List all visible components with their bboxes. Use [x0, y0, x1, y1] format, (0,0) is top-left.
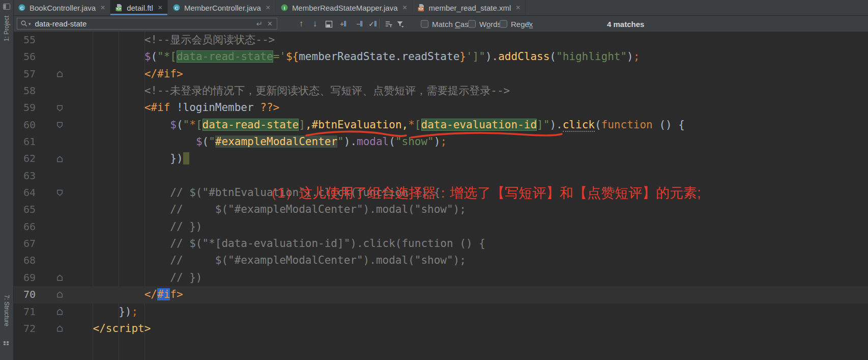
fold-column	[40, 286, 67, 303]
code-token-highlighted	[183, 152, 190, 164]
close-icon[interactable]: ✕	[515, 4, 520, 11]
java-class-icon: C	[18, 4, 26, 12]
code-token: .	[492, 50, 499, 63]
code-text: <!--显示会员阅读状态-->	[67, 32, 275, 48]
remove-occurrence-icon[interactable]: −ǁ	[353, 18, 366, 30]
code-line[interactable]: 63	[13, 168, 868, 184]
fold-column	[40, 201, 67, 218]
structure-grid-icon[interactable]	[3, 338, 10, 347]
fold-up-icon[interactable]	[56, 291, 64, 298]
tab-detail-ftl[interactable]: <> detail.ftl ✕	[110, 0, 168, 15]
code-line[interactable]: 57 </#if>	[13, 66, 868, 82]
code-token: "highlight"	[556, 50, 627, 63]
code-line[interactable]: 55 <!--显示会员阅读状态-->	[13, 32, 868, 48]
tab-memberreadstatemapper-java[interactable]: I MemberReadStateMapper.java ✕	[276, 0, 413, 15]
line-number: 60	[13, 117, 40, 133]
close-icon[interactable]: ✕	[402, 4, 408, 11]
code-text: // $("#exampleModalCenter").modal("show"…	[67, 252, 466, 269]
code-token: )	[627, 50, 633, 63]
search-in-selection-icon[interactable]	[322, 18, 335, 30]
code-text: });	[67, 303, 138, 320]
code-line[interactable]: 72 </script>	[13, 320, 868, 337]
code-token: ;	[633, 50, 640, 63]
code-line[interactable]: 65 // $("#exampleModalCenter").modal("sh…	[13, 201, 868, 218]
regex-help-icon[interactable]: ?	[526, 20, 531, 29]
code-line[interactable]: 67 // $("*[data-evaluation-id]").click(f…	[13, 235, 868, 252]
words-option[interactable]: Words	[468, 20, 501, 29]
fold-column	[40, 168, 67, 184]
words-checkbox[interactable]	[468, 20, 476, 28]
close-icon[interactable]: ✕	[266, 4, 271, 11]
code-line[interactable]: 71 });	[13, 303, 868, 320]
line-number: 64	[13, 184, 40, 201]
code-token: // $("*[data-evaluation-id]").click(func…	[170, 237, 485, 250]
code-line[interactable]: 70 </#if>	[13, 286, 868, 303]
add-occurrence-icon[interactable]: +ǁ	[336, 18, 350, 30]
code-line[interactable]: 66 // })	[13, 218, 868, 235]
fold-down-icon[interactable]	[56, 104, 64, 112]
code-token-highlighted: #i	[157, 288, 170, 300]
code-token: })	[119, 306, 131, 318]
regex-checkbox[interactable]	[500, 20, 507, 28]
close-icon[interactable]: ✕	[158, 4, 163, 11]
tab-membercontroller-java[interactable]: C MemberController.java ✕	[168, 0, 276, 15]
line-number: 71	[13, 303, 40, 320]
search-history-caret-icon[interactable]: ▾	[28, 21, 31, 26]
fold-down-icon[interactable]	[56, 121, 64, 129]
code-token-highlighted: data-read-state	[202, 119, 299, 131]
select-all-occurrences-icon[interactable]: ✓ǁ	[366, 18, 379, 30]
filter-icon[interactable]	[393, 18, 407, 30]
fold-column	[40, 320, 67, 337]
sidebar-item-structure[interactable]: 7: Structure	[0, 285, 13, 336]
code-line[interactable]: 59 <#if !loginMember ??>	[13, 99, 868, 116]
code-editor[interactable]: 55 <!--显示会员阅读状态-->56 $("*[data-read-stat…	[13, 32, 868, 360]
code-token: <!--未登录的情况下，更新阅读状态、写短评、点赞短评，需要提示登录-->	[144, 85, 510, 97]
code-token: })	[170, 152, 183, 164]
fold-up-icon[interactable]	[56, 325, 64, 333]
code-token: }	[459, 50, 466, 63]
code-line[interactable]: 68 // $("#exampleModalCenter").modal("sh…	[13, 252, 868, 269]
code-line[interactable]: 56 $("*[data-read-state='${memberReadSta…	[13, 48, 868, 65]
code-token-highlighted: data-read-state	[177, 50, 273, 63]
fold-column	[40, 303, 67, 320]
code-token: ;	[131, 306, 138, 318]
fold-up-icon[interactable]	[56, 308, 64, 316]
match-case-checkbox[interactable]	[421, 20, 428, 28]
code-line[interactable]: 69 // })	[13, 269, 868, 286]
code-token: () {	[653, 119, 685, 131]
close-icon[interactable]: ✕	[100, 4, 105, 11]
tab-member-read-state-xml[interactable]: <> member_read_state.xml ✕	[413, 0, 526, 15]
fold-up-icon[interactable]	[56, 155, 64, 163]
editor-tab-bar: C BookController.java ✕ <> detail.ftl ✕ …	[13, 0, 868, 16]
fold-column	[40, 150, 67, 167]
code-token: addClass	[498, 50, 549, 63]
previous-occurrence-icon[interactable]: ↑	[295, 18, 308, 30]
tab-bookcontroller-java[interactable]: C BookController.java ✕	[13, 0, 110, 15]
annotation-text: （1）这儿使用了组合选择器：增选了【写短评】和【点赞短评】的元素;	[264, 185, 701, 202]
sidebar-item-project[interactable]: 1: Project	[0, 8, 13, 49]
line-number: 59	[13, 99, 40, 116]
code-token: (	[151, 50, 157, 63]
next-occurrence-icon[interactable]: ↓	[308, 18, 322, 30]
line-number: 69	[13, 269, 40, 286]
code-text: <!--未登录的情况下，更新阅读状态、写短评、点赞短评，需要提示登录-->	[67, 82, 510, 99]
newline-icon[interactable]: ↵	[256, 19, 263, 29]
match-case-option[interactable]: Match Case	[421, 20, 473, 29]
code-text: </#if>	[67, 66, 183, 82]
red-underline-annotation	[301, 128, 566, 142]
search-input[interactable]: ▾ data-read-state ↵ ✕	[17, 18, 277, 30]
fold-up-icon[interactable]	[56, 274, 64, 282]
fold-up-icon[interactable]	[56, 70, 64, 78]
clear-search-icon[interactable]: ✕	[267, 20, 273, 27]
fold-down-icon[interactable]	[56, 189, 64, 197]
tool-window-stripe: 1: Project 7: Structure	[0, 0, 14, 360]
code-token: </#if>	[144, 68, 183, 80]
search-icon[interactable]	[20, 20, 28, 27]
code-text: <#if !loginMember ??>	[67, 99, 279, 116]
search-query-text[interactable]: data-read-state	[35, 19, 256, 28]
code-line[interactable]: 58 <!--未登录的情况下，更新阅读状态、写短评、点赞短评，需要提示登录-->	[13, 82, 868, 99]
project-stripe-label: 1: Project	[3, 16, 10, 42]
code-token: ='	[273, 50, 286, 63]
code-line[interactable]: 62 })	[13, 150, 868, 167]
code-token: <!--显示会员阅读状态-->	[144, 34, 275, 46]
